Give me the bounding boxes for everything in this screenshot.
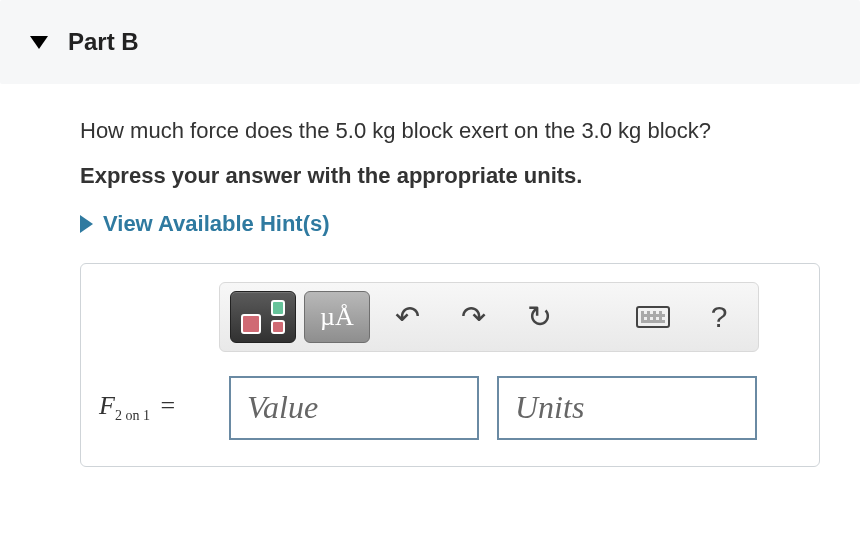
units-input[interactable] bbox=[497, 376, 757, 440]
question-text: How much force does the 5.0 kg block exe… bbox=[80, 116, 820, 147]
caret-down-icon bbox=[30, 36, 48, 49]
undo-button[interactable]: ↶ bbox=[378, 291, 436, 343]
hints-label: View Available Hint(s) bbox=[103, 211, 330, 237]
keyboard-button[interactable] bbox=[624, 291, 682, 343]
instruction-text: Express your answer with the appropriate… bbox=[80, 163, 820, 189]
redo-button[interactable]: ↷ bbox=[444, 291, 502, 343]
reset-button[interactable]: ↻ bbox=[510, 291, 568, 343]
answer-input-row: F2 on 1 = bbox=[99, 376, 801, 440]
answer-box: µÅ ↶ ↷ ↻ ? F2 on 1 = bbox=[80, 263, 820, 467]
keyboard-icon bbox=[636, 306, 670, 328]
templates-icon bbox=[241, 300, 285, 334]
help-icon: ? bbox=[711, 300, 728, 334]
reset-icon: ↻ bbox=[527, 299, 552, 334]
value-input[interactable] bbox=[229, 376, 479, 440]
equation-toolbar: µÅ ↶ ↷ ↻ ? bbox=[219, 282, 759, 352]
undo-icon: ↶ bbox=[395, 299, 420, 334]
templates-button[interactable] bbox=[230, 291, 296, 343]
part-header[interactable]: Part B bbox=[0, 0, 860, 84]
mu-angstrom-icon: µÅ bbox=[320, 302, 354, 332]
help-button[interactable]: ? bbox=[690, 291, 748, 343]
part-body: How much force does the 5.0 kg block exe… bbox=[0, 84, 820, 467]
redo-icon: ↷ bbox=[461, 299, 486, 334]
special-chars-button[interactable]: µÅ bbox=[304, 291, 370, 343]
part-title: Part B bbox=[68, 28, 139, 56]
answer-variable: F2 on 1 = bbox=[99, 391, 211, 424]
view-hints-toggle[interactable]: View Available Hint(s) bbox=[80, 211, 820, 237]
caret-right-icon bbox=[80, 215, 93, 233]
